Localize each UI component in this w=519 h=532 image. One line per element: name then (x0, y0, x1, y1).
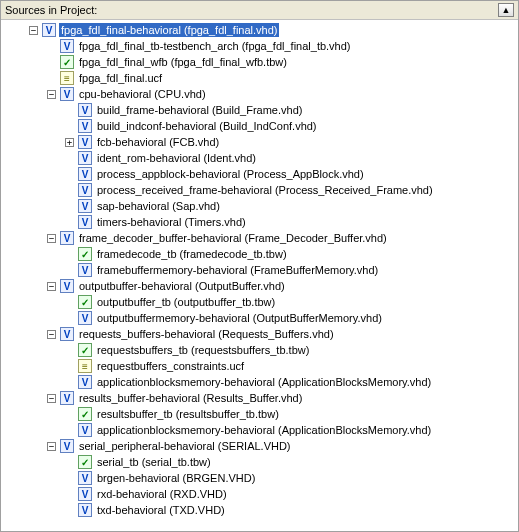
tree-connector (65, 266, 74, 275)
tree-item-label[interactable]: outputbuffer_tb (outputbuffer_tb.tbw) (95, 295, 277, 309)
tree-row[interactable]: +Vfcb-behavioral (FCB.vhd) (3, 134, 518, 150)
tree-item-label[interactable]: serial_tb (serial_tb.tbw) (95, 455, 213, 469)
tree-row[interactable]: Voutputbuffermemory-behavioral (OutputBu… (3, 310, 518, 326)
tree-item-label[interactable]: requestbuffers_constraints.ucf (95, 359, 246, 373)
tree-item-label[interactable]: applicationblocksmemory-behavioral (Appl… (95, 423, 433, 437)
tree-item-label[interactable]: fpga_fdl_final_wfb (fpga_fdl_final_wfb.t… (77, 55, 289, 69)
tree-item-label[interactable]: brgen-behavioral (BRGEN.VHD) (95, 471, 257, 485)
tree-row[interactable]: −Vresults_buffer-behavioral (Results_Buf… (3, 390, 518, 406)
collapse-icon[interactable]: − (47, 90, 56, 99)
tree-item-label[interactable]: ident_rom-behavioral (Ident.vhd) (95, 151, 258, 165)
collapse-icon[interactable]: − (47, 282, 56, 291)
tree-connector (65, 186, 74, 195)
tree-row[interactable]: Vsap-behavioral (Sap.vhd) (3, 198, 518, 214)
expand-icon[interactable]: + (65, 138, 74, 147)
tree-row[interactable]: ✓resultsbuffer_tb (resultsbuffer_tb.tbw) (3, 406, 518, 422)
indent (3, 262, 65, 278)
vhdl-file-icon: V (78, 119, 92, 133)
vhdl-file-icon: V (42, 23, 56, 37)
tree-row[interactable]: Vapplicationblocksmemory-behavioral (App… (3, 374, 518, 390)
tree-item-label[interactable]: process_appblock-behavioral (Process_App… (95, 167, 366, 181)
tree-item-label[interactable]: cpu-behavioral (CPU.vhd) (77, 87, 208, 101)
tree-row[interactable]: ✓framedecode_tb (framedecode_tb.tbw) (3, 246, 518, 262)
tree-item-label[interactable]: sap-behavioral (Sap.vhd) (95, 199, 222, 213)
collapse-icon[interactable]: − (47, 442, 56, 451)
indent (3, 102, 65, 118)
tree-row[interactable]: Vtimers-behavioral (Timers.vhd) (3, 214, 518, 230)
tree-row[interactable]: −Vcpu-behavioral (CPU.vhd) (3, 86, 518, 102)
sources-panel: Sources in Project: ▲ −Vfpga_fdl_final-b… (0, 0, 519, 532)
tree-item-label[interactable]: results_buffer-behavioral (Results_Buffe… (77, 391, 304, 405)
vhdl-file-icon: V (78, 215, 92, 229)
tree-row[interactable]: ✓fpga_fdl_final_wfb (fpga_fdl_final_wfb.… (3, 54, 518, 70)
tree-item-label[interactable]: process_received_frame-behavioral (Proce… (95, 183, 435, 197)
tree-item-label[interactable]: frame_decoder_buffer-behavioral (Frame_D… (77, 231, 389, 245)
tree-row[interactable]: Vbuild_indconf-behavioral (Build_IndConf… (3, 118, 518, 134)
tree-row[interactable]: ≡requestbuffers_constraints.ucf (3, 358, 518, 374)
tree-row[interactable]: ≡fpga_fdl_final.ucf (3, 70, 518, 86)
tree-item-label[interactable]: fpga_fdl_final.ucf (77, 71, 164, 85)
tree-item-label[interactable]: rxd-behavioral (RXD.VHD) (95, 487, 229, 501)
tree-row[interactable]: Vident_rom-behavioral (Ident.vhd) (3, 150, 518, 166)
tree-item-label[interactable]: framebuffermemory-behavioral (FrameBuffe… (95, 263, 380, 277)
indent (3, 198, 65, 214)
tree-row[interactable]: Vrxd-behavioral (RXD.VHD) (3, 486, 518, 502)
tree-row[interactable]: −Voutputbuffer-behavioral (OutputBuffer.… (3, 278, 518, 294)
tree-connector (65, 106, 74, 115)
tree-item-label[interactable]: applicationblocksmemory-behavioral (Appl… (95, 375, 433, 389)
tree-row[interactable]: −Vserial_peripheral-behavioral (SERIAL.V… (3, 438, 518, 454)
panel-header: Sources in Project: ▲ (1, 1, 518, 20)
tree-row[interactable]: ✓serial_tb (serial_tb.tbw) (3, 454, 518, 470)
tree-row[interactable]: −Vframe_decoder_buffer-behavioral (Frame… (3, 230, 518, 246)
tree-connector (65, 362, 74, 371)
tree-row[interactable]: Vtxd-behavioral (TXD.VHD) (3, 502, 518, 518)
tree-connector (47, 74, 56, 83)
tree-connector (65, 490, 74, 499)
tree-item-label[interactable]: fpga_fdl_final-behavioral (fpga_fdl_fina… (59, 23, 279, 37)
tree-row[interactable]: Vapplicationblocksmemory-behavioral (App… (3, 422, 518, 438)
tree-row[interactable]: ✓outputbuffer_tb (outputbuffer_tb.tbw) (3, 294, 518, 310)
tree-row[interactable]: −Vrequests_buffers-behavioral (Requests_… (3, 326, 518, 342)
tree-connector (65, 410, 74, 419)
tree-row[interactable]: ✓requestsbuffers_tb (requestsbuffers_tb.… (3, 342, 518, 358)
vhdl-file-icon: V (78, 471, 92, 485)
tree-item-label[interactable]: requests_buffers-behavioral (Requests_Bu… (77, 327, 336, 341)
collapse-icon[interactable]: − (47, 330, 56, 339)
tree-item-label[interactable]: timers-behavioral (Timers.vhd) (95, 215, 248, 229)
tree-item-label[interactable]: txd-behavioral (TXD.VHD) (95, 503, 227, 517)
source-tree[interactable]: −Vfpga_fdl_final-behavioral (fpga_fdl_fi… (1, 20, 518, 531)
tree-row[interactable]: Vprocess_appblock-behavioral (Process_Ap… (3, 166, 518, 182)
tree-item-label[interactable]: serial_peripheral-behavioral (SERIAL.VHD… (77, 439, 293, 453)
indent (3, 246, 65, 262)
tree-connector (65, 506, 74, 515)
tree-row[interactable]: Vbrgen-behavioral (BRGEN.VHD) (3, 470, 518, 486)
vhdl-file-icon: V (60, 231, 74, 245)
tree-item-label[interactable]: outputbuffermemory-behavioral (OutputBuf… (95, 311, 384, 325)
tree-item-label[interactable]: build_indconf-behavioral (Build_IndConf.… (95, 119, 319, 133)
indent (3, 134, 65, 150)
tree-item-label[interactable]: outputbuffer-behavioral (OutputBuffer.vh… (77, 279, 287, 293)
scroll-up-icon[interactable]: ▲ (498, 3, 514, 17)
collapse-icon[interactable]: − (47, 394, 56, 403)
tree-item-label[interactable]: build_frame-behavioral (Build_Frame.vhd) (95, 103, 304, 117)
indent (3, 22, 29, 38)
indent (3, 502, 65, 518)
collapse-icon[interactable]: − (29, 26, 38, 35)
tree-item-label[interactable]: framedecode_tb (framedecode_tb.tbw) (95, 247, 289, 261)
indent (3, 294, 65, 310)
vhdl-file-icon: V (78, 103, 92, 117)
collapse-icon[interactable]: − (47, 234, 56, 243)
tree-item-label[interactable]: fpga_fdl_final_tb-testbench_arch (fpga_f… (77, 39, 353, 53)
tree-item-label[interactable]: fcb-behavioral (FCB.vhd) (95, 135, 221, 149)
tree-row[interactable]: Vprocess_received_frame-behavioral (Proc… (3, 182, 518, 198)
tree-row[interactable]: Vframebuffermemory-behavioral (FrameBuff… (3, 262, 518, 278)
tree-connector (65, 346, 74, 355)
vhdl-file-icon: V (78, 135, 92, 149)
tree-item-label[interactable]: requestsbuffers_tb (requestsbuffers_tb.t… (95, 343, 311, 357)
vhdl-file-icon: V (78, 183, 92, 197)
tree-row[interactable]: Vfpga_fdl_final_tb-testbench_arch (fpga_… (3, 38, 518, 54)
vhdl-file-icon: V (60, 39, 74, 53)
tree-row[interactable]: −Vfpga_fdl_final-behavioral (fpga_fdl_fi… (3, 22, 518, 38)
tree-row[interactable]: Vbuild_frame-behavioral (Build_Frame.vhd… (3, 102, 518, 118)
tree-item-label[interactable]: resultsbuffer_tb (resultsbuffer_tb.tbw) (95, 407, 281, 421)
